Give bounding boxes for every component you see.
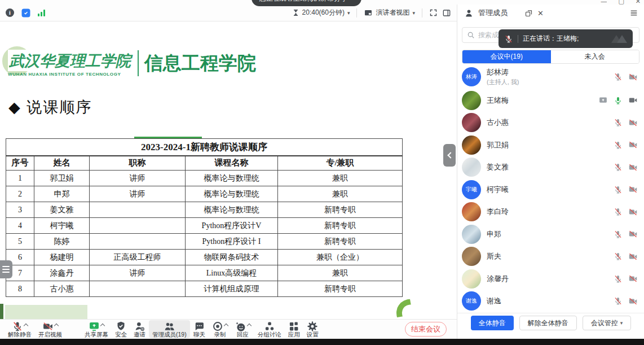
camera-off-icon[interactable] [628, 140, 638, 150]
toolbar-security-button[interactable]: 安全 [112, 320, 130, 338]
security-shield-icon[interactable] [21, 8, 31, 18]
panel-close-icon[interactable]: ✕ [537, 9, 544, 18]
meeting-control-button[interactable]: 会议管控▾ [583, 316, 632, 330]
table-cell: 概率论与数理统 [186, 186, 278, 202]
chevron-up-icon[interactable] [246, 324, 251, 328]
camera-off-icon[interactable] [628, 296, 638, 306]
member-row[interactable]: 斯夫 [457, 246, 644, 268]
member-row[interactable]: 涂馨丹 [457, 268, 644, 290]
toolbar-start-video-button[interactable]: 开启视频 [35, 320, 65, 338]
camera-off-icon[interactable] [628, 72, 638, 82]
toolbar-breakout-button[interactable]: 分组讨论 [254, 320, 285, 338]
member-row[interactable]: 李白玲 [457, 201, 644, 224]
popout-icon[interactable] [524, 9, 533, 18]
table-title: 2023-2024-1新聘教师说课顺序 [6, 139, 403, 156]
chevron-up-icon[interactable] [100, 324, 105, 328]
bottom-toolbar: 解除静音开启视频共享屏幕安全邀请管理成员(19)聊天录制回应分组讨论应用设置结束… [0, 319, 457, 339]
mic-muted-icon[interactable] [614, 252, 623, 261]
member-name: 郭卫娟 [487, 140, 509, 150]
chevron-down-icon: ▾ [412, 10, 415, 16]
member-name: 斯夫 [487, 251, 501, 261]
toolbar-label: 设置 [307, 331, 319, 338]
network-signal-icon[interactable] [38, 10, 45, 16]
mic-muted-icon[interactable] [614, 230, 623, 239]
member-row[interactable]: 宇曦柯宇曦 [457, 178, 644, 201]
tab-not-joined[interactable]: 未入会 [551, 50, 639, 63]
table-header-cell: 专/兼职 [278, 156, 403, 171]
camera-off-icon[interactable] [628, 207, 638, 217]
camera-off-icon[interactable] [628, 163, 638, 172]
toolbar-unmute-button[interactable]: 解除静音 [5, 320, 35, 338]
table-cell: 3 [6, 202, 34, 218]
member-row[interactable]: 王绪梅 [457, 89, 644, 112]
member-row[interactable]: 古小惠 [457, 112, 644, 134]
sidebar-collapse-handle[interactable] [443, 144, 456, 167]
mute-all-button[interactable]: 全体静音 [471, 316, 514, 330]
table-cell [90, 281, 186, 297]
close-button[interactable]: ✕ [636, 0, 641, 5]
annotation-tool-handle[interactable] [0, 260, 12, 278]
avatar [462, 202, 481, 221]
panel-footer: 全体静音解除全体静音会议管控▾ [457, 313, 644, 333]
member-name: 李白玲 [487, 207, 509, 217]
table-cell: 郭卫娟 [34, 171, 90, 186]
camera-off-icon[interactable] [628, 229, 638, 239]
mic-muted-icon[interactable] [614, 72, 623, 81]
toolbar-share-screen-button[interactable]: 共享屏幕 [81, 320, 112, 338]
minimize-button[interactable]: — [601, 0, 607, 5]
mic-muted-icon[interactable] [614, 207, 623, 216]
member-row[interactable]: 林涛彭林涛(主持人, 我) [457, 64, 644, 89]
table-row: 5陈婷Python程序设计 I新聘专职 [6, 234, 403, 250]
toolbar-chat-button[interactable]: 聊天 [190, 320, 209, 338]
cam-off-icon [42, 321, 54, 332]
view-mode-selector[interactable]: 演讲者视图 ▾ [364, 8, 415, 18]
chevron-up-icon[interactable] [24, 324, 28, 328]
screen-share-banner[interactable]: 您正在观看王绪梅的屏幕分享 ▾ [252, 0, 361, 6]
member-row[interactable]: 申郑 [457, 223, 644, 246]
course-schedule-table: 2023-2024-1新聘教师说课顺序序号姓名职称课程名称专/兼职1郭卫娟讲师概… [6, 138, 403, 297]
avatar [462, 136, 481, 155]
camera-off-icon[interactable] [628, 118, 638, 128]
meeting-duration[interactable]: 20:40(60分钟) ▾ [292, 8, 350, 18]
unmute-all-button[interactable]: 解除全体静音 [519, 316, 577, 330]
mic-muted-icon[interactable] [614, 141, 623, 150]
camera-on-icon[interactable] [628, 95, 638, 105]
layout-panel-icon[interactable] [442, 8, 451, 18]
info-icon[interactable]: i [6, 8, 14, 17]
mic-on-icon[interactable] [614, 96, 623, 105]
toolbar-label: 应用 [288, 331, 300, 338]
menu-icon[interactable] [629, 8, 638, 18]
fullscreen-icon[interactable] [429, 8, 438, 17]
member-row[interactable]: 姜文雅 [457, 156, 644, 179]
mic-muted-icon[interactable] [614, 163, 623, 172]
mic-muted-icon[interactable] [614, 296, 623, 305]
camera-off-icon[interactable] [628, 274, 638, 283]
chevron-up-icon[interactable] [54, 324, 59, 328]
table-row: 2申郑讲师概率论与数理统兼职 [6, 186, 403, 202]
table-cell: 概率论与数理统 [186, 202, 278, 218]
end-meeting-button[interactable]: 结束会议 [405, 322, 447, 337]
toolbar-react-button[interactable]: 回应 [231, 320, 254, 338]
mic-muted-icon[interactable] [614, 274, 623, 283]
camera-off-icon[interactable] [628, 185, 638, 194]
member-row[interactable]: 郭卫娟 [457, 134, 644, 156]
toolbar-members-button[interactable]: 管理成员(19) [149, 320, 190, 338]
camera-off-icon[interactable] [628, 252, 638, 261]
mic-off-icon [12, 321, 23, 332]
maximize-button[interactable]: ▢ [618, 0, 624, 5]
toolbar-apps-button[interactable]: 应用 [285, 320, 303, 338]
toolbar-record-button[interactable]: 录制 [209, 320, 231, 338]
record-icon [212, 321, 223, 332]
table-cell: 柯宇曦 [34, 218, 90, 234]
chat-icon [193, 321, 205, 332]
toolbar-settings-button[interactable]: 设置 [303, 320, 322, 338]
mic-muted-icon[interactable] [614, 118, 623, 127]
toolbar-invite-button[interactable]: 邀请 [130, 320, 149, 338]
toolbar-label: 回应 [237, 331, 249, 338]
tab-in-meeting[interactable]: 会议中(19) [462, 50, 551, 63]
mic-muted-icon[interactable] [614, 185, 623, 194]
chevron-up-icon[interactable] [223, 324, 228, 328]
shield-icon [116, 321, 126, 331]
slide-decoration-bottom-bar [5, 305, 87, 319]
member-row[interactable]: 谢逸谢逸 [457, 290, 644, 313]
